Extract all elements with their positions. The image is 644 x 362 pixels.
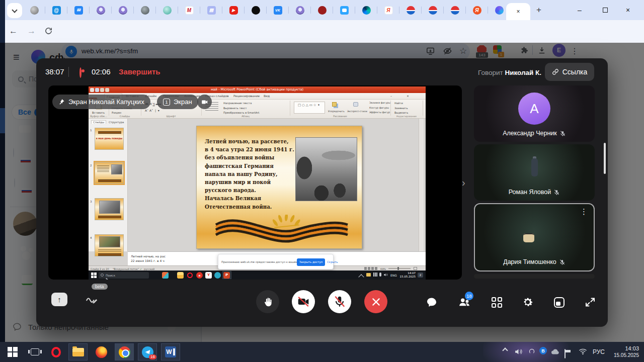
ppt-scrollbar[interactable]: [419, 119, 424, 251]
select-button[interactable]: Выделить: [394, 111, 408, 115]
view-buttons[interactable]: [364, 267, 377, 270]
shape-fill-button[interactable]: Заливка фигуры: [369, 101, 390, 105]
pinned-tab-globe2[interactable]: [156, 0, 178, 20]
quick-styles-button[interactable]: Экспресс-стили: [347, 110, 367, 114]
pinned-tab-gov[interactable]: [90, 0, 112, 20]
participant-tile-highlighted[interactable]: ⋮ Дария Тимошенко: [474, 203, 595, 272]
opera-icon[interactable]: [187, 273, 193, 278]
ppt-close[interactable]: ×: [407, 94, 409, 98]
share-screen-button[interactable]: ↑: [51, 293, 67, 306]
grow-font[interactable]: А: [145, 109, 147, 112]
participant-tile[interactable]: А Александр Черник: [474, 85, 595, 142]
shape-effects-button[interactable]: Эффекты фигур: [369, 111, 390, 115]
participant-tile[interactable]: Роман Яловой: [474, 144, 595, 201]
tray-expand-icon[interactable]: [358, 274, 364, 280]
ppt-tab[interactable]: Вид: [264, 94, 270, 98]
start-button[interactable]: [91, 273, 97, 278]
screen-tab-chip[interactable]: 1 Экран: [157, 95, 198, 109]
pinned-tab[interactable]: [23, 0, 45, 20]
ppt-minimize[interactable]: –: [390, 94, 392, 98]
screen-share-area[interactable]: май - Microsoft PowerPoint (Сбой активац…: [48, 85, 462, 280]
pinned-tab-dark[interactable]: [245, 0, 267, 20]
window-maximize-button[interactable]: [603, 8, 608, 13]
weather-widget-icon[interactable]: [162, 272, 169, 279]
taskbar-firefox[interactable]: [92, 343, 111, 360]
text-direction-button[interactable]: Направление текста: [223, 101, 252, 105]
chat-button[interactable]: [425, 296, 438, 309]
fit-window-icon[interactable]: [414, 267, 417, 270]
whiteboard-button[interactable]: [85, 293, 99, 306]
tray-speaker-icon[interactable]: [383, 273, 388, 277]
pinned-tab-inbox[interactable]: ✉: [67, 0, 90, 20]
window-close-button[interactable]: ×: [626, 6, 630, 14]
taskbar-telegram-active[interactable]: 16: [138, 343, 157, 360]
forward-button[interactable]: →: [27, 26, 36, 36]
underline-button[interactable]: Ч: [152, 102, 154, 106]
slide-thumbnail-1[interactable]: 9 МАЯ ДЕНЬ ПОБЕДЫ: [95, 128, 124, 150]
explorer-icon[interactable]: [177, 272, 184, 279]
fullscreen-button[interactable]: [584, 296, 597, 309]
taskbar-word-active[interactable]: W: [161, 343, 180, 360]
bluetooth-icon[interactable]: B: [539, 347, 547, 354]
red-app-icon[interactable]: я: [196, 272, 203, 279]
copy-link-button[interactable]: Ссылка: [545, 63, 594, 81]
notification-center-icon[interactable]: 2: [418, 273, 423, 278]
window-minimize-button[interactable]: –: [578, 6, 582, 14]
tray-mic-icon[interactable]: [379, 273, 381, 277]
start-button[interactable]: [3, 343, 22, 360]
taskbar-clock[interactable]: 14:03 15.05.2025: [610, 345, 639, 358]
zoom-slider[interactable]: [388, 268, 411, 269]
teal-app-icon[interactable]: [214, 272, 221, 279]
powerpoint-icon[interactable]: P: [223, 272, 230, 279]
mic-off-button[interactable]: [328, 290, 351, 313]
new-tab-button[interactable]: +: [536, 5, 541, 15]
pinned-tab-messenger[interactable]: [333, 0, 355, 20]
taskbar-explorer-active[interactable]: [68, 343, 88, 360]
taskbar-chrome-focused[interactable]: [115, 343, 134, 360]
pinned-tab-globe[interactable]: [134, 0, 156, 20]
speaker-icon[interactable]: [514, 347, 523, 356]
stop-recording-button[interactable]: Завершить: [119, 67, 160, 76]
pinned-tab-swirl[interactable]: [355, 0, 377, 20]
shrink-font[interactable]: А: [149, 109, 151, 112]
zoom-slider-knob[interactable]: [397, 267, 399, 270]
slide-thumbnail-4[interactable]: [95, 234, 124, 256]
pinned-tab-yandex[interactable]: Я: [377, 0, 399, 20]
back-button[interactable]: ←: [9, 26, 18, 36]
yandex-browser-icon[interactable]: Y: [205, 272, 212, 279]
reload-button[interactable]: [44, 27, 53, 35]
section-button[interactable]: Раздел: [112, 111, 121, 115]
taskbar-opera[interactable]: [46, 343, 65, 360]
find-button[interactable]: Найти: [394, 101, 403, 105]
shapes-gallery[interactable]: □○△▭☆✦: [294, 102, 325, 114]
raise-hand-button[interactable]: [256, 290, 279, 313]
pinned-tab-mail[interactable]: @: [45, 0, 67, 20]
pinned-tab-youtube[interactable]: ▶: [222, 0, 245, 20]
slide-thumbnail-2-selected[interactable]: [95, 162, 124, 184]
battery-icon[interactable]: [565, 349, 566, 358]
pinned-tab-gov3[interactable]: [289, 0, 311, 20]
panel-tab-slides[interactable]: Слайды: [91, 120, 106, 124]
taskbar-search[interactable]: Поиск: [99, 272, 149, 279]
panel-tab-outline[interactable]: Структура: [109, 121, 124, 124]
ppt-tab[interactable]: Рецензирование: [233, 94, 260, 98]
camera-off-button[interactable]: [292, 290, 315, 313]
pinned-tab-yandex2[interactable]: Я: [466, 0, 488, 20]
wifi-icon[interactable]: [579, 347, 587, 355]
pip-button[interactable]: [552, 296, 566, 309]
pinned-tab-university[interactable]: М: [178, 0, 200, 20]
pinned-tab-circle2[interactable]: [422, 0, 444, 20]
font-size-controls[interactable]: А˄ А˅ | ▾: [145, 109, 159, 113]
participants-scrollbar[interactable]: [604, 143, 606, 174]
close-tab-icon[interactable]: ×: [516, 8, 520, 15]
tray-network-icon[interactable]: [373, 273, 377, 277]
grid-view-button[interactable]: [490, 296, 503, 309]
pinned-tab-gov[interactable]: [112, 0, 134, 20]
replace-button[interactable]: Заменить: [394, 106, 408, 110]
active-tab[interactable]: ×: [506, 3, 530, 20]
pinned-tab-circle1[interactable]: [399, 0, 422, 20]
onedrive-cloud-icon[interactable]: [550, 348, 560, 355]
pinned-screen-chip[interactable]: Экран Николай Капуцких: [52, 95, 150, 109]
paste-label[interactable]: Вставить: [92, 111, 105, 115]
shape-outline-button[interactable]: Контур фигуры: [369, 106, 389, 110]
